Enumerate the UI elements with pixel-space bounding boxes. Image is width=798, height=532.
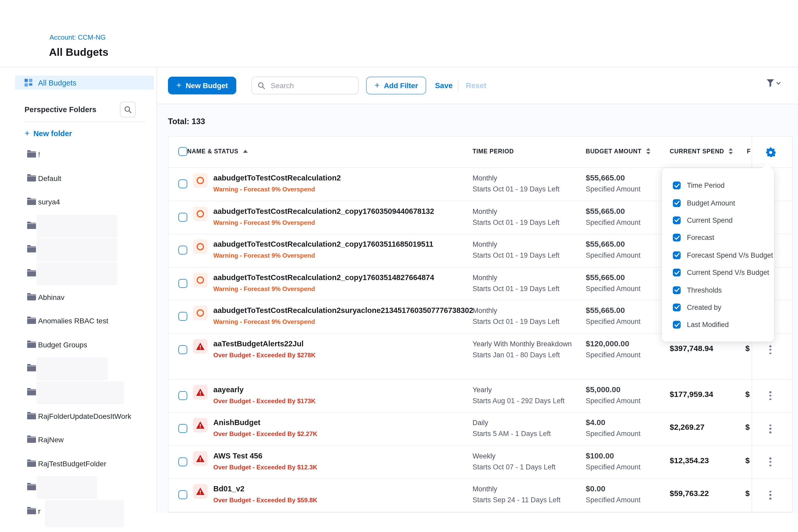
column-header-current-spend[interactable]: CURRENT SPEND (670, 148, 733, 154)
row-checkbox[interactable] (178, 391, 187, 400)
budget-name-cell: aaTestBudgetAlerts22Jul Over Budget - Ex… (213, 339, 316, 359)
check-icon (674, 218, 679, 223)
account-breadcrumb[interactable]: Account: CCM-NG (50, 33, 106, 41)
budget-name[interactable]: aabudgetToTestCostRecalculation2_copy176… (213, 273, 434, 281)
row-checkbox[interactable] (178, 212, 187, 222)
row-checkbox[interactable] (178, 345, 187, 354)
current-spend: $397,748.94 (670, 343, 713, 352)
table-row[interactable]: Bd01_v2 Over Budget - Exceeded By $59.8K… (169, 479, 792, 512)
current-spend: $59,763.22 (670, 489, 709, 498)
column-menu-item[interactable]: Forecast Spend V/s Budget (662, 246, 774, 264)
column-menu-item[interactable]: Created by (662, 299, 774, 316)
row-actions-kebab[interactable] (767, 457, 774, 467)
checked-checkbox[interactable] (673, 321, 681, 329)
row-checkbox[interactable] (178, 490, 187, 499)
row-checkbox[interactable] (178, 457, 187, 466)
sidebar-folder-item[interactable] (0, 476, 156, 500)
checked-checkbox[interactable] (673, 251, 681, 259)
folder-search-button[interactable] (120, 102, 136, 117)
sidebar-folder-item[interactable]: ! (0, 143, 156, 167)
budget-name[interactable]: AnishBudget (213, 418, 317, 426)
row-actions-kebab[interactable] (767, 490, 774, 500)
table-row[interactable]: aayearly Over Budget - Exceeded By $173K… (169, 379, 792, 413)
sidebar-folder-item[interactable] (0, 357, 156, 381)
checked-checkbox[interactable] (673, 199, 681, 207)
checked-checkbox[interactable] (673, 286, 681, 294)
row-actions-kebab[interactable] (767, 423, 774, 434)
column-header-name-status[interactable]: NAME & STATUS (187, 148, 248, 154)
column-menu-list: Time Period Budget Amount (662, 177, 774, 334)
row-checkbox[interactable] (178, 279, 187, 288)
column-menu-item[interactable]: Time Period (662, 177, 774, 194)
sidebar-folder-item[interactable]: r (0, 500, 156, 524)
row-actions-kebab[interactable] (767, 344, 774, 355)
checked-checkbox[interactable] (673, 234, 681, 242)
row-checkbox[interactable] (178, 424, 187, 433)
warning-circle-icon (197, 177, 204, 184)
checked-checkbox[interactable] (673, 269, 681, 277)
row-checkbox[interactable] (178, 312, 187, 321)
sidebar-item-all-budgets[interactable]: All Budgets (15, 76, 154, 90)
folder-icon (27, 150, 36, 159)
table-row[interactable]: AnishBudget Over Budget - Exceeded By $2… (169, 413, 792, 446)
sidebar-folder-item[interactable] (0, 238, 156, 262)
sidebar-folder-item[interactable]: RajNew (0, 428, 156, 452)
current-spend: $177,959.34 (670, 390, 713, 398)
checked-checkbox[interactable] (673, 216, 681, 224)
column-menu-item[interactable]: Thresholds (662, 281, 774, 299)
reset-button[interactable]: Reset (466, 81, 486, 90)
filter-panel-button[interactable] (766, 79, 781, 88)
column-menu-item[interactable]: Forecast (662, 229, 774, 246)
column-settings-gear-button[interactable] (764, 146, 777, 158)
budget-name[interactable]: aabudgetToTestCostRecalculation2 (213, 174, 341, 182)
sidebar-folder-item[interactable]: Abhinav (0, 286, 156, 309)
sidebar-folder-item[interactable]: surya4 (0, 190, 156, 214)
add-filter-button[interactable]: + Add Filter (366, 77, 426, 94)
budget-name[interactable]: aabudgetToTestCostRecalculation2_copy176… (213, 240, 433, 248)
sidebar-folder-item[interactable] (0, 381, 156, 404)
folder-icon (27, 317, 36, 326)
sidebar-folder-item[interactable] (0, 262, 156, 286)
budget-name[interactable]: aaTestBudgetAlerts22Jul (213, 339, 316, 348)
search-icon (124, 106, 132, 113)
sidebar-folder-item[interactable] (0, 214, 156, 238)
warning-status-chip (193, 306, 208, 320)
select-all-checkbox[interactable] (178, 147, 187, 156)
time-period-cell: Yearly Starts Aug 01 - 292 Days Left (473, 386, 565, 404)
budget-name[interactable]: aabudgetToTestCostRecalculation2suryaclo… (213, 306, 458, 315)
new-folder-button[interactable]: + New folder (24, 128, 72, 139)
save-button[interactable]: Save (435, 81, 453, 90)
column-header-time-period[interactable]: TIME PERIOD (473, 148, 514, 154)
period-detail: Starts Sep 24 - 11 Days Left (473, 496, 560, 504)
checked-checkbox[interactable] (673, 304, 681, 311)
row-checkbox[interactable] (178, 179, 187, 188)
sidebar-folder-item[interactable]: RajTestBudgetFolder (0, 452, 156, 476)
folder-label: Default (38, 174, 61, 182)
period-type: Yearly (473, 386, 565, 394)
time-period-cell: Monthly Starts Oct 01 - 19 Days Left (473, 273, 559, 292)
column-menu-item[interactable]: Current Spend V/s Budget (662, 264, 774, 281)
budget-name[interactable]: Bd01_v2 (213, 484, 317, 493)
column-menu-item-label: Last Modified (687, 321, 729, 329)
sidebar-folder-item[interactable]: RajFolderUpdateDoesItWork (0, 404, 156, 428)
column-menu-item[interactable]: Last Modified (662, 316, 774, 334)
budget-amount-type: Specified Amount (586, 496, 641, 504)
row-checkbox[interactable] (178, 246, 187, 254)
budget-name[interactable]: aayearly (213, 385, 316, 394)
search-input[interactable] (270, 81, 350, 90)
folder-list: ! Default (0, 143, 156, 524)
budget-name[interactable]: AWS Test 456 (213, 451, 317, 460)
budget-amount-cell: $4.00 Specified Amount (586, 418, 641, 438)
column-header-budget-amount[interactable]: BUDGET AMOUNT (586, 148, 650, 154)
budget-name[interactable]: aabudgetToTestCostRecalculation2_copy176… (213, 207, 434, 215)
new-budget-button[interactable]: + New Budget (168, 77, 236, 94)
checked-checkbox[interactable] (673, 182, 681, 189)
column-menu-item[interactable]: Budget Amount (662, 194, 774, 212)
column-menu-item[interactable]: Current Spend (662, 212, 774, 229)
sidebar-folder-item[interactable]: Default (0, 167, 156, 190)
sidebar-folder-item[interactable]: Budget Groups (0, 333, 156, 357)
sidebar-folder-item[interactable]: Anomalies RBAC test (0, 309, 156, 333)
row-actions-kebab[interactable] (767, 391, 774, 401)
table-row[interactable]: AWS Test 456 Over Budget - Exceeded By $… (169, 446, 792, 479)
filter-funnel-icon (766, 79, 775, 88)
